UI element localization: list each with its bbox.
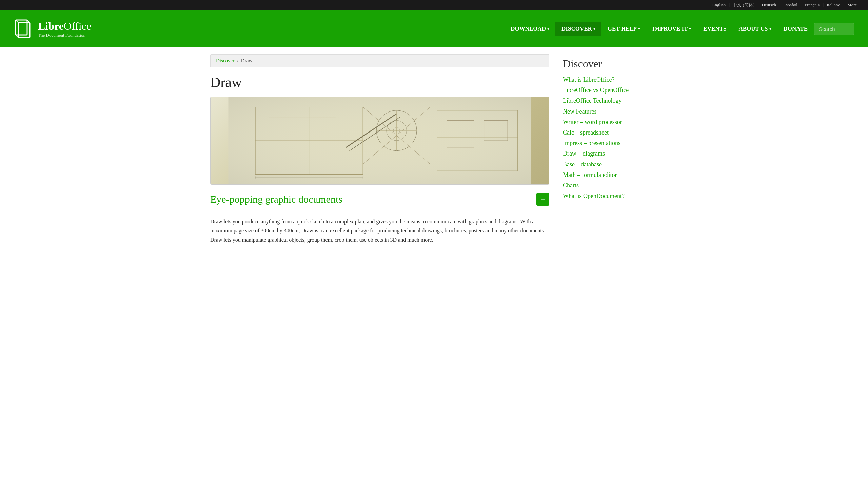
chevron-down-icon: ▾ [689, 27, 691, 31]
sidebar-nav-item: Calc – spreadsheet [563, 128, 658, 137]
nav-improve-it[interactable]: IMPROVE IT ▾ [646, 22, 697, 36]
sidebar-nav-item: What is OpenDocument? [563, 192, 658, 200]
nav-about-us[interactable]: ABOUT US ▾ [732, 22, 777, 36]
lang-more[interactable]: More... [847, 2, 860, 7]
sidebar-nav-item: Math – formula editor [563, 171, 658, 179]
nav-download[interactable]: DOWNLOAD ▾ [505, 22, 555, 36]
sidebar-nav-link[interactable]: LibreOffice vs OpenOffice [563, 86, 658, 95]
sidebar: Discover What is LibreOffice?LibreOffice… [563, 54, 658, 245]
main-nav: DOWNLOAD ▾ DISCOVER ▾ GET HELP ▾ IMPROVE… [505, 22, 854, 36]
page-title: Draw [210, 74, 549, 90]
sidebar-nav-link[interactable]: LibreOffice Technology [563, 97, 658, 105]
sidebar-nav-item: Base – database [563, 160, 658, 169]
svg-rect-26 [228, 97, 531, 184]
lang-english[interactable]: English [712, 2, 726, 7]
sidebar-nav-link[interactable]: Charts [563, 181, 658, 190]
logo-name: LibreOffice [38, 20, 91, 33]
search-input[interactable] [814, 23, 854, 35]
logo-icon [14, 19, 34, 39]
breadcrumb-separator: / [237, 58, 238, 63]
hero-svg [211, 97, 549, 184]
section-heading: Eye-popping graphic documents − [210, 193, 549, 206]
sidebar-nav-item: Charts [563, 181, 658, 190]
chevron-down-icon: ▾ [547, 27, 549, 31]
sidebar-nav-item: Writer – word processor [563, 118, 658, 126]
content-area: Discover / Draw Draw [210, 54, 549, 245]
logo-tagline: The Document Foundation [38, 33, 91, 38]
sidebar-nav-item: LibreOffice vs OpenOffice [563, 86, 658, 95]
sidebar-nav-link[interactable]: Math – formula editor [563, 171, 658, 179]
site-header: LibreOffice The Document Foundation DOWN… [0, 10, 868, 47]
chevron-down-icon: ▾ [593, 27, 595, 31]
top-bar: English | 中文 (简体) | Deutsch | Español | … [0, 0, 868, 10]
chevron-down-icon: ▾ [769, 27, 771, 31]
sidebar-nav-link[interactable]: New Features [563, 107, 658, 116]
sidebar-nav-item: Impress – presentations [563, 139, 658, 147]
section-title: Eye-popping graphic documents [210, 194, 342, 205]
sidebar-nav-link[interactable]: Draw – diagrams [563, 149, 658, 158]
sidebar-nav-link[interactable]: Base – database [563, 160, 658, 169]
sidebar-nav-item: LibreOffice Technology [563, 97, 658, 105]
breadcrumb: Discover / Draw [210, 54, 549, 67]
sidebar-nav-link[interactable]: Calc – spreadsheet [563, 128, 658, 137]
body-text: Draw lets you produce anything from a qu… [210, 217, 549, 245]
lang-italiano[interactable]: Italiano [827, 2, 840, 7]
main-wrapper: Discover / Draw Draw [197, 47, 671, 251]
sidebar-nav-link[interactable]: What is LibreOffice? [563, 76, 658, 84]
logo-link[interactable]: LibreOffice The Document Foundation [14, 19, 91, 39]
nav-donate[interactable]: DONATE [777, 22, 814, 36]
divider [210, 211, 549, 211]
nav-events[interactable]: EVENTS [697, 22, 732, 36]
lang-francais[interactable]: Français [805, 2, 820, 7]
sidebar-nav-link[interactable]: What is OpenDocument? [563, 192, 658, 200]
hero-image [210, 97, 549, 185]
sidebar-nav-link[interactable]: Writer – word processor [563, 118, 658, 126]
sidebar-nav: What is LibreOffice?LibreOffice vs OpenO… [563, 76, 658, 200]
collapse-button[interactable]: − [536, 193, 549, 206]
lang-chinese[interactable]: 中文 (简体) [733, 2, 754, 7]
chevron-down-icon: ▾ [638, 27, 640, 31]
nav-discover[interactable]: DISCOVER ▾ [555, 22, 601, 36]
breadcrumb-home-link[interactable]: Discover [216, 58, 234, 63]
sidebar-nav-item: What is LibreOffice? [563, 76, 658, 84]
sidebar-nav-item: New Features [563, 107, 658, 116]
sidebar-title: Discover [563, 58, 658, 70]
lang-espanol[interactable]: Español [783, 2, 797, 7]
sidebar-nav-item: Draw – diagrams [563, 149, 658, 158]
lang-deutsch[interactable]: Deutsch [762, 2, 776, 7]
sidebar-nav-link[interactable]: Impress – presentations [563, 139, 658, 147]
nav-get-help[interactable]: GET HELP ▾ [601, 22, 646, 36]
breadcrumb-current: Draw [241, 58, 252, 63]
